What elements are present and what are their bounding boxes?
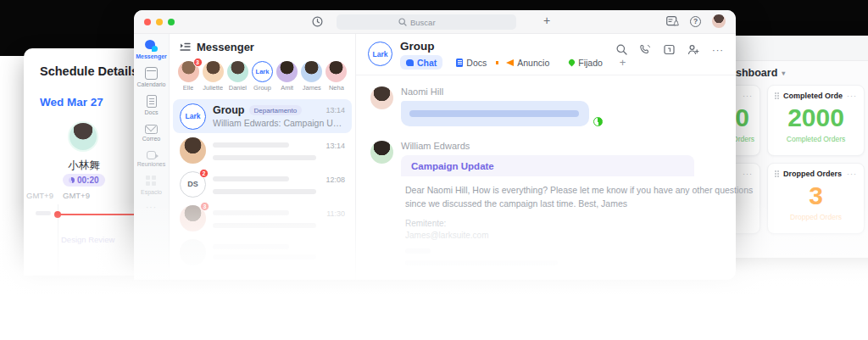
chat-panel-title: Group <box>400 40 629 53</box>
close-window-button[interactable] <box>144 19 151 25</box>
rail-item-correo[interactable]: Correo <box>134 123 169 142</box>
william-avatar[interactable] <box>370 141 393 164</box>
minimize-window-button[interactable] <box>156 19 163 25</box>
chat-row[interactable]: DS2 12:08 <box>173 167 352 201</box>
docs-icon <box>147 95 157 108</box>
tab-docs[interactable]: Docs <box>450 55 492 70</box>
attendee-avatar[interactable] <box>68 121 98 152</box>
rail-item-docs[interactable]: Docs <box>134 95 169 115</box>
collapse-sidebar-icon[interactable] <box>180 42 191 52</box>
chat-skeleton <box>213 189 316 194</box>
moon-icon <box>69 177 75 183</box>
timezone-right: GMT+9 <box>63 191 90 200</box>
chat-skeleton <box>213 155 316 160</box>
card-more-icon[interactable]: ··· <box>743 92 753 100</box>
contact-group[interactable]: Lark Group <box>250 61 274 92</box>
drag-handle-icon[interactable] <box>775 92 779 99</box>
card-title: Dropped Orders <box>783 170 842 178</box>
sender-name[interactable]: Naomi Hill <box>401 86 589 97</box>
message-bubble[interactable] <box>401 101 589 126</box>
messenger-icon <box>145 39 158 52</box>
chat-tab-icon <box>406 59 414 66</box>
notification-settings-icon[interactable] <box>666 16 679 27</box>
add-tab-button[interactable]: + <box>616 56 630 69</box>
announcement-icon <box>506 59 514 66</box>
chat-header: Lark Group Chat Docs <box>356 34 736 75</box>
read-indicator-icon[interactable] <box>593 117 603 126</box>
window-titlebar: + ? <box>134 10 736 34</box>
chat-title: Group <box>213 104 245 116</box>
rail-item-reuniones[interactable]: Reuniones <box>134 149 169 167</box>
message-naomi: Naomi Hill <box>370 86 724 126</box>
bottom-fade <box>0 202 868 340</box>
history-icon[interactable] <box>312 16 323 27</box>
contact-neha[interactable]: Neha <box>325 61 348 92</box>
completed-orders-caption: Completed Orders <box>768 135 864 143</box>
rail-item-espacio[interactable]: Espacio <box>134 175 169 195</box>
message-text-skeleton <box>409 110 579 117</box>
help-icon[interactable]: ? <box>690 16 701 27</box>
video-meeting-icon <box>147 151 156 159</box>
card-more-icon[interactable]: ··· <box>847 92 857 100</box>
calendar-event-icon[interactable] <box>664 44 675 55</box>
chat-skeleton <box>213 142 289 148</box>
messenger-panel-title: Messenger <box>197 41 254 53</box>
search-input[interactable] <box>410 18 454 27</box>
workspace-grid-icon <box>145 175 158 187</box>
sender-name[interactable]: William Edwards <box>401 141 694 151</box>
dashboard-card-completed-orders[interactable]: Completed Orders ··· 2000 Completed Orde… <box>767 85 865 156</box>
lark-logo: Lark <box>252 61 273 82</box>
lark-logo: Lark <box>368 42 392 66</box>
chat-skeleton <box>213 176 289 181</box>
calendar-icon <box>145 67 158 80</box>
card-more-icon[interactable]: ··· <box>847 170 857 178</box>
timer-value: 00:20 <box>77 176 99 185</box>
search-in-chat-icon[interactable] <box>616 44 627 55</box>
naomi-avatar[interactable] <box>370 86 393 109</box>
chat-more-icon[interactable]: ··· <box>712 45 724 55</box>
chat-tabs: Chat Docs Anuncio <box>400 55 629 70</box>
tab-chat[interactable]: Chat <box>400 55 442 70</box>
chevron-down-icon[interactable]: ▾ <box>782 70 785 77</box>
rail-item-messenger[interactable]: Messenger <box>134 39 169 59</box>
contact-daniel[interactable]: Daniel <box>225 61 249 92</box>
schedule-date[interactable]: Wed Mar 27 <box>40 96 103 109</box>
timezone-left: GMT+9 <box>26 191 53 200</box>
traffic-lights <box>144 19 175 25</box>
docs-tab-icon <box>456 59 463 67</box>
chat-preview: William Edwards: Campaign Update... <box>213 118 345 128</box>
attendee-name: 小林舞 <box>24 159 144 173</box>
lark-logo: Lark <box>180 103 206 130</box>
contact-elle[interactable]: 3 Elle <box>176 61 200 92</box>
rail-item-calendario[interactable]: Calendario <box>134 67 169 87</box>
message-body-line: Dear Naomi Hill, How is everything? Plea… <box>405 184 691 198</box>
chat-time: 13:14 <box>326 104 345 114</box>
tab-anuncio[interactable]: Anuncio <box>500 55 555 70</box>
unread-badge: 2 <box>199 169 209 178</box>
contact-strip: 3 Elle Juliette Daniel Lark Group A <box>170 57 355 98</box>
global-search[interactable] <box>337 14 516 30</box>
schedule-title: Schedule Details <box>40 64 138 78</box>
maximize-window-button[interactable] <box>168 19 175 25</box>
backdrop-black-right <box>729 0 868 36</box>
chat-row-group[interactable]: Lark Group Departamento 13:14 William Ed… <box>173 99 352 133</box>
user-avatar[interactable] <box>712 14 726 28</box>
contact-juliette[interactable]: Juliette <box>201 61 225 92</box>
card-title: Completed Orders <box>783 92 843 100</box>
contact-james[interactable]: James <box>300 61 324 92</box>
completed-orders-value: 2000 <box>768 103 864 132</box>
call-icon[interactable] <box>640 44 651 55</box>
chat-row[interactable]: 13:14 <box>173 133 352 167</box>
card-more-icon[interactable]: ··· <box>743 170 753 178</box>
new-tab-button[interactable]: + <box>543 14 550 27</box>
card-title[interactable]: Campaign Update <box>411 161 494 171</box>
add-member-icon[interactable] <box>687 44 699 55</box>
contact-amit[interactable]: Amit <box>275 61 299 92</box>
drag-handle-icon[interactable] <box>775 170 779 177</box>
unread-badge: 3 <box>193 58 203 67</box>
mail-icon <box>145 125 158 134</box>
department-tag: Departamento <box>249 105 303 115</box>
card-header: Campaign Update <box>401 155 694 176</box>
tab-fijado[interactable]: Fijado <box>563 55 609 70</box>
search-icon <box>398 18 407 26</box>
